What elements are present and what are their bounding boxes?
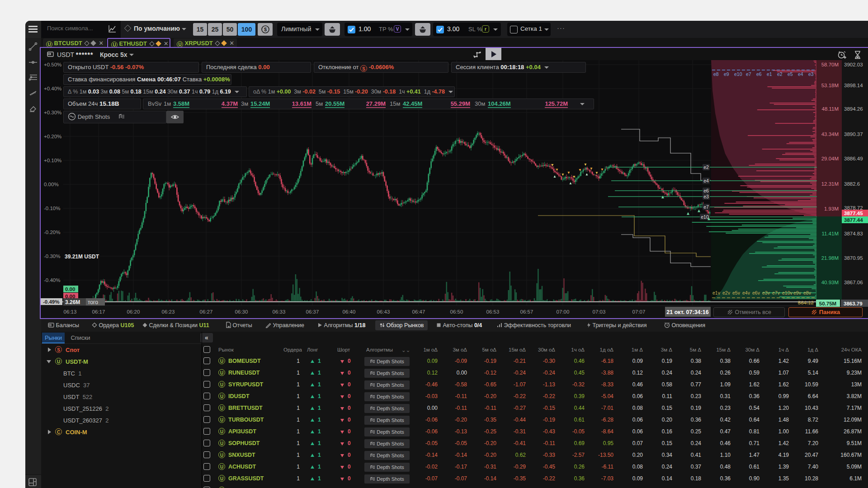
svg-text:0.00%: 0.00% [44, 182, 59, 187]
svg-text:$: $ [264, 27, 266, 32]
svg-text:43.34M: 43.34M [821, 131, 839, 137]
svg-text:e9v: e9v [793, 290, 802, 296]
svg-text:07:03: 07:03 [593, 309, 606, 314]
svg-text:e7: e7 [703, 204, 709, 210]
svg-text:+0.10%: +0.10% [44, 158, 61, 163]
svg-text:39.21M USDT: 39.21M USDT [65, 253, 99, 260]
svg-text:06:53: 06:53 [486, 309, 500, 314]
svg-text:21.98M: 21.98M [821, 255, 839, 261]
svg-text:12.31M: 12.31M [821, 181, 839, 187]
svg-text:e9: e9 [724, 71, 729, 77]
svg-text:e6: e6 [756, 71, 762, 77]
svg-text:3890.37: 3890.37 [844, 131, 863, 137]
svg-text:e4v: e4v [742, 290, 750, 296]
svg-text:e2: e2 [703, 164, 709, 170]
svg-text:06:47: 06:47 [412, 309, 425, 314]
svg-text:3874.83: 3874.83 [844, 231, 863, 236]
svg-text:3902.03: 3902.03 [844, 62, 863, 67]
svg-text:06:43: 06:43 [377, 309, 390, 314]
svg-text:06:20: 06:20 [127, 309, 140, 314]
svg-text:21 окт. 07:34:16: 21 окт. 07:34:16 [666, 309, 708, 315]
svg-text:-0.10%: -0.10% [44, 206, 60, 211]
svg-text:3882.6: 3882.6 [844, 181, 860, 187]
svg-text:29.04M: 29.04M [821, 156, 839, 161]
svg-text:e6v: e6v [752, 290, 760, 296]
svg-text:0.00: 0.00 [65, 286, 75, 292]
svg-text:-0.20%: -0.20% [44, 230, 60, 235]
svg-text:06:30: 06:30 [235, 309, 248, 314]
svg-text:-0.30%: -0.30% [44, 253, 60, 259]
svg-text:e10: e10 [701, 214, 709, 220]
svg-text:e4: e4 [798, 71, 803, 77]
svg-text:564.12: 564.12 [798, 300, 814, 305]
svg-text:1.93M: 1.93M [824, 206, 839, 211]
svg-text:e1v: e1v [712, 290, 721, 296]
svg-text:58.70M: 58.70M [821, 62, 839, 67]
svg-text:того: того [88, 299, 98, 305]
svg-text:06:57: 06:57 [520, 309, 533, 314]
svg-text:-0.40%: -0.40% [44, 277, 60, 283]
svg-text:06:40: 06:40 [343, 309, 356, 314]
svg-text:+0.50%: +0.50% [44, 62, 61, 67]
svg-text:06:27: 06:27 [200, 309, 213, 314]
svg-text:e10: e10 [734, 71, 742, 77]
svg-text:3867.06: 3867.06 [844, 280, 863, 285]
svg-text:e10v: e10v [782, 290, 793, 296]
svg-text:3.26M: 3.26M [65, 299, 80, 305]
svg-text:3886.49: 3886.49 [844, 156, 863, 161]
svg-text:e4: e4 [703, 178, 709, 183]
svg-text:3870.95: 3870.95 [844, 255, 863, 261]
svg-text:06:13: 06:13 [64, 309, 77, 314]
svg-text:e7v: e7v [772, 290, 780, 296]
svg-text:-0.49%: -0.49% [43, 299, 59, 305]
svg-text:+0.30%: +0.30% [44, 110, 61, 115]
svg-text:e3: e3 [808, 71, 814, 77]
svg-text:e5v: e5v [732, 290, 741, 296]
svg-text:50.75M: 50.75M [819, 301, 836, 306]
svg-text:e8: e8 [713, 71, 719, 77]
svg-text:53.18M: 53.18M [821, 83, 839, 88]
svg-text:3877.45: 3877.45 [844, 211, 863, 216]
svg-text:e1: e1 [767, 71, 772, 77]
svg-text:06:50: 06:50 [450, 309, 463, 314]
svg-text:07:07: 07:07 [632, 309, 646, 314]
svg-text:e3v: e3v [762, 290, 770, 296]
svg-text:06:23: 06:23 [162, 309, 175, 314]
svg-text:3894.26: 3894.26 [844, 106, 863, 112]
svg-text:e7: e7 [746, 71, 751, 77]
svg-text:e6: e6 [703, 188, 709, 193]
svg-text:40.93M: 40.93M [821, 280, 839, 285]
svg-text:3863.79: 3863.79 [844, 301, 863, 306]
svg-text:e2: e2 [777, 71, 783, 77]
svg-text:e3: e3 [703, 194, 709, 199]
svg-text:e8v: e8v [803, 290, 811, 296]
svg-text:06:17: 06:17 [92, 309, 105, 314]
svg-text:06:33: 06:33 [273, 309, 286, 314]
svg-text:+0.20%: +0.20% [44, 134, 61, 139]
svg-text:e2v: e2v [722, 290, 731, 296]
svg-text:3877.44: 3877.44 [844, 217, 863, 223]
svg-text:48.11M: 48.11M [821, 106, 839, 112]
svg-text:06:37: 06:37 [306, 309, 319, 314]
svg-text:07:00: 07:00 [557, 309, 570, 314]
svg-text:+0.40%: +0.40% [44, 86, 61, 91]
svg-text:e5: e5 [788, 71, 793, 77]
svg-text:11.41M: 11.41M [821, 231, 839, 236]
svg-text:3898.14: 3898.14 [844, 83, 863, 88]
